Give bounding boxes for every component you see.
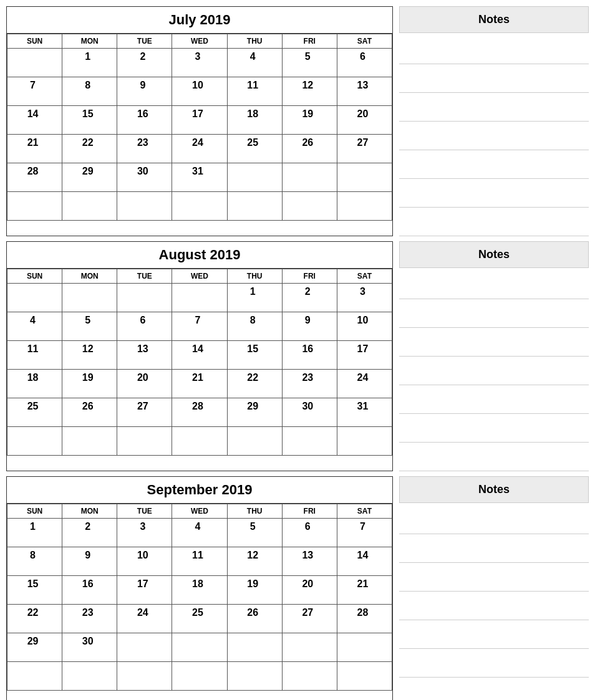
day-cell: 8 [227,312,282,341]
day-header-sat: SAT [337,269,392,284]
day-cell [337,192,392,221]
day-cell [227,662,282,691]
day-cell: 19 [62,370,117,398]
page-container: July 2019SUNMONTUEWEDTHUFRISAT1234567891… [6,6,589,700]
day-cell: 12 [62,341,117,370]
day-cell [62,192,117,221]
day-cell: 12 [227,547,282,576]
day-cell: 11 [7,341,62,370]
day-cell: 31 [337,398,392,427]
day-cell: 22 [227,370,282,398]
day-cell [62,427,117,456]
week-row-2: 11121314151617 [7,341,392,370]
week-row-5 [7,192,392,221]
week-row-0: 123456 [7,49,392,77]
week-row-5 [7,662,392,691]
day-cell: 23 [282,370,337,398]
note-line [399,179,589,208]
day-cell: 9 [62,547,117,576]
day-cell: 25 [227,135,282,163]
day-cell [282,662,337,691]
day-cell [172,633,227,662]
week-row-1: 891011121314 [7,547,392,576]
notes-header-0: Notes [399,6,589,33]
day-header-tue: TUE [117,504,172,519]
day-cell: 6 [282,519,337,547]
notes-section-2: Notes [399,476,589,700]
week-row-0: 123 [7,284,392,312]
day-header-mon: MON [62,504,117,519]
day-cell: 13 [282,547,337,576]
day-cell: 17 [172,106,227,135]
week-row-1: 45678910 [7,312,392,341]
month-row-0: July 2019SUNMONTUEWEDTHUFRISAT1234567891… [6,6,589,236]
day-cell: 2 [117,49,172,77]
day-cell [117,192,172,221]
day-cell: 24 [117,605,172,633]
day-cell [117,427,172,456]
note-line [399,506,589,534]
day-cell [172,427,227,456]
day-cell: 21 [337,576,392,605]
day-header-thu: THU [227,504,282,519]
note-line [399,150,589,179]
day-cell: 25 [172,605,227,633]
note-line [399,678,589,700]
notes-section-0: Notes [399,6,589,236]
note-line [399,649,589,678]
notes-lines-1 [399,271,589,471]
note-line [399,64,589,93]
calendar-grid-2: SUNMONTUEWEDTHUFRISAT1234567891011121314… [7,504,392,691]
note-line [399,271,589,299]
note-line [399,385,589,414]
day-cell: 2 [62,519,117,547]
day-cell: 25 [7,398,62,427]
week-row-4: 28293031 [7,163,392,192]
day-cell: 31 [172,163,227,192]
day-header-mon: MON [62,34,117,49]
day-cell: 29 [7,633,62,662]
day-cell [62,284,117,312]
day-cell: 1 [7,519,62,547]
week-row-3: 21222324252627 [7,135,392,163]
day-cell: 14 [337,547,392,576]
day-cell [282,163,337,192]
day-cell: 10 [117,547,172,576]
day-cell: 27 [117,398,172,427]
calendar-grid-1: SUNMONTUEWEDTHUFRISAT1234567891011121314… [7,269,392,456]
day-cell: 14 [172,341,227,370]
notes-section-1: Notes [399,241,589,471]
day-cell [117,633,172,662]
day-cell: 5 [62,312,117,341]
note-line [399,208,589,236]
day-cell: 18 [172,576,227,605]
note-line [399,93,589,122]
day-cell [227,427,282,456]
day-cell: 19 [227,576,282,605]
day-header-thu: THU [227,34,282,49]
day-header-tue: TUE [117,34,172,49]
note-line [399,36,589,64]
day-cell: 3 [172,49,227,77]
day-cell: 14 [7,106,62,135]
day-cell: 15 [7,576,62,605]
day-cell: 15 [62,106,117,135]
day-cell: 10 [337,312,392,341]
day-cell: 15 [227,341,282,370]
day-cell: 30 [282,398,337,427]
week-row-2: 14151617181920 [7,106,392,135]
day-cell: 18 [227,106,282,135]
note-line [399,357,589,385]
day-cell: 21 [172,370,227,398]
day-cell: 24 [172,135,227,163]
day-cell: 17 [117,576,172,605]
day-cell: 4 [7,312,62,341]
calendar-title-1: August 2019 [7,242,392,269]
calendar-grid-0: SUNMONTUEWEDTHUFRISAT1234567891011121314… [7,34,392,221]
day-cell: 29 [62,163,117,192]
day-cell: 28 [172,398,227,427]
day-header-sun: SUN [7,504,62,519]
day-header-mon: MON [62,269,117,284]
day-cell: 22 [7,605,62,633]
day-cell [7,427,62,456]
